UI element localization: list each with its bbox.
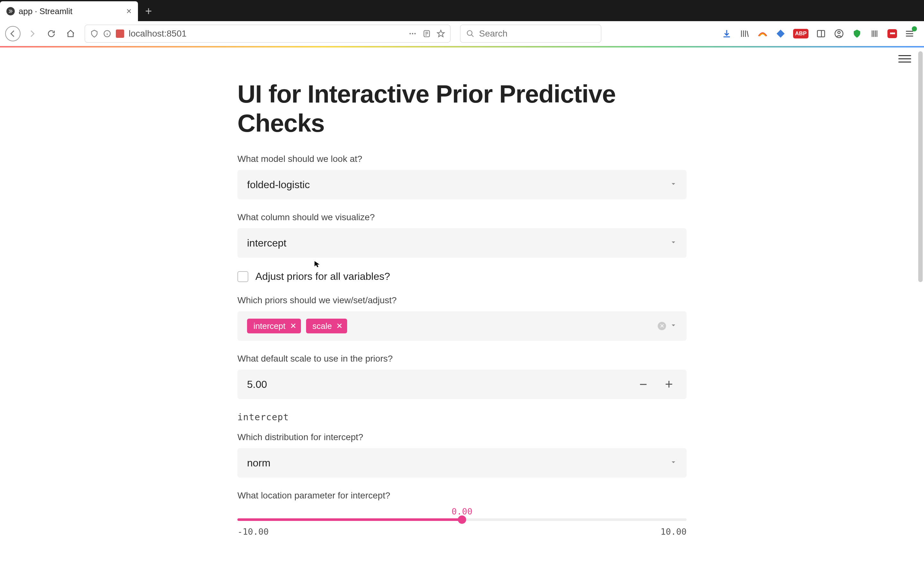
- search-input[interactable]: [479, 29, 595, 39]
- app-header: [0, 47, 924, 70]
- slider-thumb[interactable]: [458, 516, 466, 524]
- sidebar-icon[interactable]: [816, 28, 827, 39]
- slider-current-value: 0.00: [237, 506, 687, 516]
- tab-title: app · Streamlit: [19, 6, 123, 16]
- reload-button[interactable]: [44, 26, 59, 41]
- svg-point-2: [412, 33, 413, 34]
- clear-all-icon[interactable]: ✕: [658, 322, 666, 330]
- info-icon[interactable]: [103, 29, 111, 38]
- downloads-icon[interactable]: [721, 28, 732, 39]
- chevron-down-icon: [670, 239, 677, 247]
- column-label: What column should we visualize?: [237, 212, 687, 222]
- adjust-all-checkbox-row[interactable]: Adjust priors for all variables?: [237, 271, 687, 282]
- page-title: UI for Interactive Prior Predictive Chec…: [237, 79, 687, 138]
- column-select-value: intercept: [247, 237, 670, 249]
- chevron-down-icon[interactable]: [670, 322, 677, 330]
- loc-slider[interactable]: 0.00 -10.00 10.00: [237, 506, 687, 537]
- browser-tab[interactable]: app · Streamlit ×: [0, 1, 138, 21]
- bookmark-star-icon[interactable]: [437, 29, 445, 38]
- svg-point-1: [409, 33, 411, 34]
- home-button[interactable]: [63, 26, 78, 41]
- extension-diamond-icon[interactable]: [775, 28, 786, 39]
- model-select[interactable]: folded-logistic: [237, 170, 687, 199]
- tab-close-icon[interactable]: ×: [126, 6, 132, 16]
- search-icon: [466, 29, 475, 38]
- library-icon[interactable]: [739, 28, 750, 39]
- browser-toolbar: localhost:8501: [0, 21, 924, 46]
- svg-point-5: [467, 31, 472, 35]
- model-label: What model should we look at?: [237, 154, 687, 164]
- column-select[interactable]: intercept: [237, 228, 687, 258]
- url-text: localhost:8501: [129, 29, 404, 39]
- dist-label: Which distribution for intercept?: [237, 432, 687, 442]
- tab-bar: app · Streamlit × +: [0, 0, 924, 21]
- new-tab-button[interactable]: +: [138, 1, 159, 21]
- menu-icon[interactable]: [904, 28, 915, 39]
- main-content: UI for Interactive Prior Predictive Chec…: [237, 70, 687, 537]
- adjust-all-checkbox[interactable]: [237, 271, 248, 282]
- svg-point-3: [414, 33, 415, 34]
- account-icon[interactable]: [834, 28, 845, 39]
- model-select-value: folded-logistic: [247, 179, 670, 191]
- tag-remove-icon[interactable]: ✕: [290, 322, 296, 330]
- slider-track[interactable]: [237, 518, 687, 521]
- url-bar[interactable]: localhost:8501: [85, 25, 451, 43]
- decrement-button[interactable]: −: [635, 377, 651, 392]
- app-menu-button[interactable]: [898, 52, 911, 65]
- tab-favicon-icon: [6, 7, 15, 15]
- reader-icon[interactable]: [423, 29, 431, 38]
- lastpass-icon[interactable]: •••: [887, 29, 897, 38]
- adblock-icon[interactable]: ABP: [793, 29, 809, 39]
- cursor-icon: [314, 260, 321, 268]
- dist-select[interactable]: norm: [237, 448, 687, 478]
- slider-min: -10.00: [237, 527, 269, 537]
- scale-number-input[interactable]: 5.00 − +: [237, 370, 687, 399]
- tag-scale[interactable]: scale ✕: [306, 319, 347, 334]
- extension-bars-icon[interactable]: [869, 28, 880, 39]
- meatballs-icon[interactable]: [409, 29, 417, 38]
- loc-label: What location parameter for intercept?: [237, 490, 687, 501]
- toolbar-extensions: ABP •••: [721, 28, 919, 39]
- tag-remove-icon[interactable]: ✕: [336, 322, 342, 330]
- chevron-down-icon: [670, 181, 677, 189]
- svg-point-8: [838, 31, 840, 34]
- extension-rainbow-icon[interactable]: [757, 28, 768, 39]
- browser-chrome: app · Streamlit × + localhost:8501: [0, 0, 924, 47]
- search-box[interactable]: [460, 25, 601, 43]
- scale-value: 5.00: [247, 379, 635, 390]
- chevron-down-icon: [670, 459, 677, 467]
- vertical-scrollbar[interactable]: [918, 51, 923, 282]
- back-button[interactable]: [5, 26, 21, 41]
- priors-multiselect[interactable]: intercept ✕ scale ✕ ✕: [237, 311, 687, 341]
- container-icon[interactable]: [116, 29, 124, 38]
- increment-button[interactable]: +: [661, 377, 677, 392]
- adjust-all-label: Adjust priors for all variables?: [255, 271, 390, 282]
- shield-icon[interactable]: [90, 29, 99, 38]
- forward-button[interactable]: [24, 26, 40, 41]
- slider-fill: [237, 518, 462, 521]
- dist-select-value: norm: [247, 457, 670, 469]
- tag-label: intercept: [254, 321, 286, 331]
- section-label: intercept: [237, 412, 687, 422]
- privacy-badger-icon[interactable]: [851, 28, 863, 39]
- priors-label: Which priors should we view/set/adjust?: [237, 295, 687, 306]
- tag-intercept[interactable]: intercept ✕: [247, 319, 301, 334]
- slider-max: 10.00: [661, 527, 687, 537]
- scale-label: What default scale to use in the priors?: [237, 354, 687, 364]
- tag-label: scale: [312, 321, 332, 331]
